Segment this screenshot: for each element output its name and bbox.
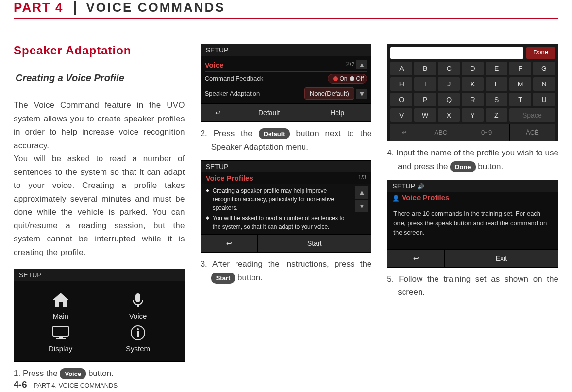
setup-item-main: Main — [27, 290, 94, 320]
ss-footer: ↩ Default Help — [201, 103, 371, 121]
key: K — [462, 77, 484, 91]
toggle-dot-on — [333, 76, 338, 81]
screenshot-setup-menu: SETUP Main Voice — [14, 269, 185, 362]
sym-button: ÀÇÈ — [510, 124, 555, 141]
svg-rect-3 — [53, 326, 68, 336]
user-icon — [392, 193, 402, 202]
content-grid: Speaker Adaptation Creating a Voice Prof… — [14, 44, 558, 380]
intro-paragraph: The Voice Command feature in the UVO sys… — [14, 99, 185, 259]
off-label: Off — [356, 75, 364, 82]
ss-title: SETUP — [206, 163, 229, 170]
setup-grid: Main Voice Display — [14, 281, 185, 361]
key: V — [390, 108, 412, 122]
step-text: button. — [86, 369, 114, 378]
back-button: ↩ — [201, 104, 236, 121]
abc-button: ABC — [418, 124, 464, 141]
key: N — [533, 77, 555, 91]
svg-point-7 — [137, 328, 139, 330]
num-button: 0~9 — [464, 124, 510, 141]
voice-profiles-heading: Voice Profiles — [402, 193, 449, 202]
svg-rect-8 — [137, 331, 139, 337]
step-text: 1. Press the — [14, 369, 60, 378]
ss-footer: ↩ Exit — [387, 249, 558, 267]
back-button: ↩ — [387, 250, 445, 267]
screenshot-voice-profiles: SETUP Voice Profiles 1/3 Creating a spea… — [201, 160, 372, 253]
key: B — [414, 62, 436, 75]
training-text: There are 10 commands in the training se… — [387, 204, 558, 249]
step-5: 5. Follow the training set as shown on t… — [387, 273, 558, 299]
bullet-2: You will be asked to read a number of se… — [206, 213, 353, 232]
key: P — [414, 93, 436, 106]
help-button: Help — [303, 104, 371, 121]
ss-body: Voice 2/2 ▲ Command Feedback On Off Spea… — [201, 56, 371, 103]
column-1: Speaker Adaptation Creating a Voice Prof… — [14, 44, 185, 380]
speaker-icon — [415, 182, 424, 190]
toggle-dot-off — [350, 76, 354, 81]
setup-label: System — [126, 344, 150, 353]
svg-rect-5 — [56, 338, 66, 339]
step-3: 3. After reading the instructions, press… — [201, 257, 372, 284]
row-label: Speaker Adaptation — [205, 90, 260, 98]
arrow-up-icon: ▲ — [355, 186, 368, 199]
key: S — [486, 93, 507, 106]
key: Y — [462, 108, 484, 122]
keyboard-row-3: O P Q R S T U — [390, 93, 555, 106]
toggle-on-off: On Off — [328, 74, 368, 84]
step-text: button. — [476, 162, 504, 171]
keyboard-row-1: A B C D E F G — [390, 62, 555, 75]
keyboard-input-row: Done — [390, 47, 555, 59]
key: F — [509, 62, 531, 75]
key: I — [414, 77, 436, 91]
key: Z — [486, 108, 507, 122]
text-input-field — [390, 47, 523, 59]
keyboard-row-4: V W X Y Z Space — [390, 108, 555, 122]
back-button: ↩ — [390, 124, 418, 141]
key: C — [438, 62, 460, 75]
default-pill: Default — [259, 128, 290, 139]
sub-title: Creating a Voice Profile — [14, 71, 185, 85]
arrow-down-icon: ▼ — [355, 200, 368, 212]
ss-title: SETUP — [206, 46, 229, 54]
mic-icon — [126, 290, 150, 310]
header-title: VOICE COMMANDS — [86, 0, 225, 15]
key: R — [462, 93, 484, 106]
start-button: Start — [258, 235, 371, 252]
svg-rect-2 — [135, 307, 141, 307]
step-1: 1. Press the Voice button. — [14, 367, 185, 380]
voice-heading: Voice — [205, 61, 224, 69]
default-button: Default — [235, 104, 303, 121]
part-label: PART 4 — [14, 0, 64, 15]
ss-setup-title: SETUP — [19, 271, 42, 279]
keyboard-bottom: ↩ ABC 0~9 ÀÇÈ — [390, 124, 555, 141]
home-icon — [49, 290, 72, 310]
section-title: Speaker Adaptation — [14, 44, 185, 57]
ss-header: SETUP — [201, 161, 371, 172]
column-3: Done A B C D E F G H I J K L M N O — [387, 44, 558, 380]
step-4: 4. Input the name of the profile you wis… — [387, 146, 558, 173]
ss-header: SETUP — [387, 180, 558, 192]
key: U — [533, 93, 555, 106]
step-text: 3. After reading the instructions, press… — [201, 259, 372, 269]
keyboard-row-2: H I J K L M N — [390, 77, 555, 91]
start-pill: Start — [211, 273, 236, 284]
key: M — [509, 77, 531, 91]
done-button: Done — [526, 47, 555, 59]
on-label: On — [340, 75, 348, 82]
setup-item-voice: Voice — [104, 290, 171, 320]
exit-button: Exit — [445, 250, 558, 267]
key: O — [390, 93, 412, 106]
page-number: 4-6 — [14, 379, 27, 390]
setup-item-display: Display — [27, 323, 94, 353]
setup-item-system: System — [104, 323, 171, 353]
setup-label: Main — [52, 312, 68, 320]
key: Q — [438, 93, 460, 106]
voice-profiles-heading: Voice Profiles — [206, 174, 253, 182]
setup-label: Voice — [129, 312, 147, 320]
key: L — [486, 77, 507, 91]
page-indicator: 1/3 — [358, 174, 367, 182]
key: W — [414, 108, 436, 122]
key: E — [486, 62, 507, 75]
header-divider — [74, 1, 76, 15]
step-text: button. — [235, 273, 263, 282]
ss-footer: ↩ Start — [201, 234, 371, 252]
